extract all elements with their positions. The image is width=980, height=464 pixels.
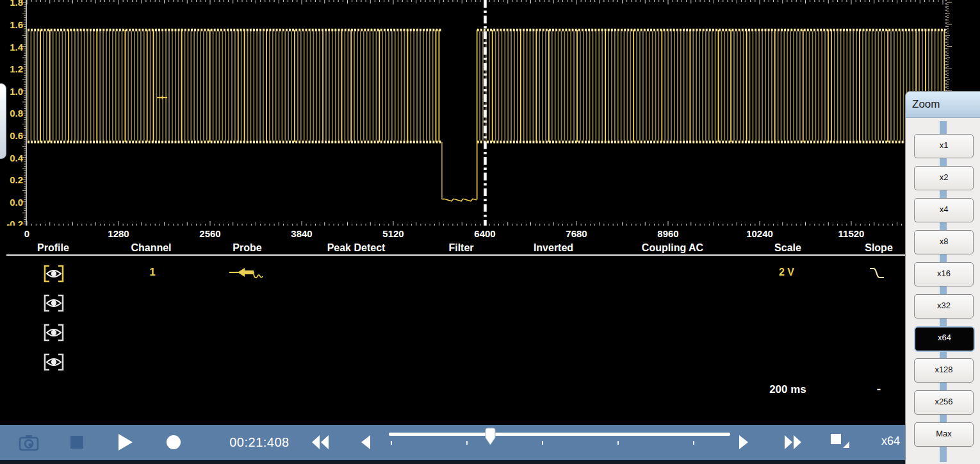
zoom-button-x64[interactable]: x64 [914,326,975,352]
slider-tick [542,441,543,445]
y-axis-label: 0.0 [1,196,23,207]
x-axis-label: 6400 [474,228,495,239]
channel-table-header: ProfileChannelProbePeak DetectFilterInve… [0,242,980,255]
eye-visibility-toggle[interactable] [43,294,65,313]
x-axis-labels: 012802560384051206400768089601024011520 [0,226,980,242]
channel-value[interactable]: 1 [140,266,165,279]
zoom-button-x1[interactable]: x1 [914,134,974,158]
zoom-button-x4[interactable]: x4 [914,198,974,222]
playback-toolbar: 00:21:408 x64 [0,425,980,460]
waveform-plot: 1.81.61.41.21.00.80.60.40.20.0-0.2 [0,0,980,226]
slider-tick [466,441,468,445]
y-axis-label: 1.2 [1,63,23,74]
left-edge-handle[interactable] [0,83,6,159]
x-axis-label: 11520 [838,228,865,239]
x-axis-label: 7680 [566,228,587,239]
x-axis-label: 8960 [657,228,678,239]
timebase-value[interactable]: 200 ms [743,383,833,396]
slider-tick [693,441,694,445]
timebase-slope: - [872,382,885,396]
zoom-panel: Zoom x1x2x4x8x16x32x64x128x256Max [905,91,980,464]
y-axis-label: 0.2 [1,174,23,185]
zoom-level-indicator: x64 [881,435,900,448]
zoom-button-x2[interactable]: x2 [914,166,974,190]
x-axis-label: 3840 [291,228,312,239]
slider-tick [391,441,392,445]
play-button[interactable] [118,433,133,451]
probe-icon[interactable] [229,266,265,283]
rewind-icon[interactable] [311,435,331,450]
record-button[interactable] [167,435,181,449]
column-header-channel: Channel [131,242,171,254]
column-header-scale: Scale [774,242,801,254]
y-axis-label: -0.2 [1,219,23,226]
zoom-button-x128[interactable]: x128 [914,358,974,383]
x-axis-label: 5120 [382,228,404,239]
camera-icon[interactable] [18,433,40,453]
column-header-filter: Filter [448,242,473,254]
x-axis-label: 10240 [746,228,773,239]
scope-app: 1.81.61.41.21.00.80.60.40.20.0-0.2 01280… [0,0,980,464]
column-header-peak-detect: Peak Detect [327,242,386,254]
channel-table: 12 V [0,256,980,425]
waveform-canvas [0,0,980,226]
column-header-slope: Slope [865,242,893,254]
slider-tick [617,441,619,445]
zoom-button-x8[interactable]: x8 [914,230,974,254]
eye-visibility-toggle[interactable] [43,264,65,283]
y-axis-label: 1.8 [1,0,23,8]
x-axis-label: 0 [24,228,29,239]
frame-icon[interactable] [830,433,851,450]
x-axis-label: 1280 [108,228,129,239]
column-header-coupling-ac: Coupling AC [642,242,703,254]
bottom-strip [0,460,980,464]
scale-value[interactable]: 2 V [764,267,809,278]
slope-falling-icon[interactable] [869,266,886,281]
x-axis-label: 2560 [199,228,220,239]
column-header-profile: Profile [37,242,69,254]
playback-time: 00:21:408 [216,435,302,450]
column-header-probe: Probe [233,242,261,254]
y-axis-label: 1.6 [1,19,23,30]
zoom-button-x32[interactable]: x32 [914,294,974,319]
stop-button[interactable] [70,436,83,449]
zoom-button-max[interactable]: Max [914,422,974,447]
zoom-button-x16[interactable]: x16 [914,262,974,286]
step-back-icon[interactable] [360,435,372,450]
column-header-inverted: Inverted [534,242,573,254]
seek-slider-track[interactable] [389,433,730,436]
y-axis-label: 1.4 [1,41,23,52]
fast-forward-icon[interactable] [784,435,803,450]
seek-slider-thumb[interactable] [485,427,496,446]
step-forward-icon[interactable] [738,435,749,450]
eye-visibility-toggle[interactable] [43,352,65,372]
eye-visibility-toggle[interactable] [43,323,65,342]
zoom-panel-title: Zoom [906,92,980,118]
zoom-button-x256[interactable]: x256 [914,390,974,415]
